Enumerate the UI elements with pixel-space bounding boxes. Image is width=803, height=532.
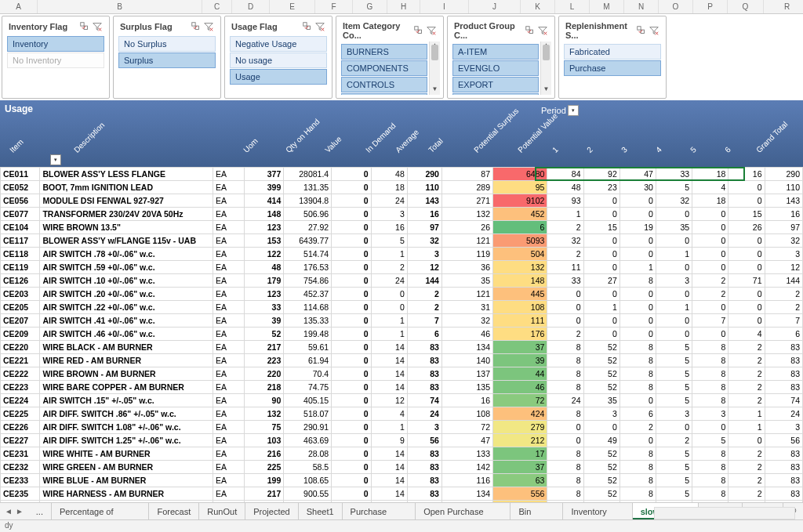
cell[interactable]: 0 <box>547 421 583 434</box>
cell[interactable]: 24 <box>547 394 583 407</box>
cell[interactable]: 74 <box>407 394 441 407</box>
cell[interactable]: 0 <box>332 461 371 474</box>
slicer-item[interactable]: COMPONENTS <box>341 60 427 76</box>
cell[interactable]: WIRE GREEN - AM BURNER <box>40 461 213 474</box>
cell[interactable]: 5 <box>656 447 692 461</box>
col-header-G[interactable]: G <box>353 0 387 13</box>
cell[interactable]: 142 <box>441 461 492 474</box>
cell[interactable]: 8 <box>620 354 656 367</box>
cell[interactable]: 452.37 <box>284 288 332 301</box>
cell[interactable]: 218 <box>244 381 283 394</box>
cell[interactable]: 0 <box>332 447 371 461</box>
cell[interactable]: 216 <box>244 447 283 461</box>
data-grid[interactable]: CE011BLOWER ASS'Y LESS FLANGEEA37728081.… <box>0 167 803 532</box>
cell[interactable]: EA <box>213 234 244 248</box>
cell[interactable]: 290.91 <box>284 421 332 434</box>
cell[interactable]: 19 <box>620 221 656 234</box>
cell[interactable]: 3 <box>692 407 729 421</box>
cell[interactable]: AIR SWITCH .78 +0/-.06" w.c. <box>40 248 213 261</box>
cell[interactable]: CE231 <box>1 447 40 461</box>
cell[interactable]: 14 <box>371 341 407 354</box>
cell[interactable]: 63 <box>493 474 547 487</box>
cell[interactable]: 217 <box>244 487 283 501</box>
cell[interactable]: 52 <box>583 447 620 461</box>
cell[interactable]: 134 <box>441 487 492 501</box>
cell[interactable]: 83 <box>765 487 802 501</box>
cell[interactable]: 1 <box>656 248 692 261</box>
cell[interactable]: 3 <box>371 208 407 221</box>
cell[interactable]: 15 <box>583 221 620 234</box>
cell[interactable]: 0 <box>332 248 371 261</box>
cell[interactable]: 0 <box>620 234 656 248</box>
cell[interactable]: 8 <box>620 461 656 474</box>
cell[interactable]: 290 <box>765 168 802 181</box>
cell[interactable]: 0 <box>547 434 583 447</box>
cell[interactable]: 132 <box>244 407 283 421</box>
cell[interactable]: 2 <box>729 447 765 461</box>
cell[interactable]: 16 <box>407 208 441 221</box>
cell[interactable]: 289 <box>441 181 492 194</box>
cell[interactable]: 0 <box>729 301 765 314</box>
cell[interactable]: 0 <box>656 421 692 434</box>
cell[interactable]: 47 <box>620 168 656 181</box>
cell[interactable]: 271 <box>441 194 492 208</box>
slicer-item[interactable]: EXPORT <box>452 77 539 92</box>
cell[interactable]: 1 <box>729 407 765 421</box>
cell[interactable]: 199 <box>244 474 283 487</box>
cell[interactable]: 140 <box>441 354 492 367</box>
table-row[interactable]: CE056MODULE DSI FENWAL 927-927EA41413904… <box>1 194 803 208</box>
cell[interactable]: 6 <box>493 221 547 234</box>
sheet-tab[interactable]: Purchase Advice <box>343 503 416 519</box>
col-header-A[interactable]: A <box>0 0 38 13</box>
cell[interactable]: 72 <box>441 421 492 434</box>
cell[interactable]: 0 <box>620 314 656 328</box>
cell[interactable]: 0 <box>692 234 729 248</box>
cell[interactable]: 28.08 <box>284 447 332 461</box>
cell[interactable]: 14 <box>371 354 407 367</box>
cell[interactable]: 223 <box>244 354 283 367</box>
cell[interactable]: 24 <box>371 194 407 208</box>
cell[interactable]: 83 <box>407 341 441 354</box>
cell[interactable]: CE220 <box>1 341 40 354</box>
cell[interactable]: 0 <box>547 288 583 301</box>
cell[interactable]: 2 <box>729 487 765 501</box>
col-header-O[interactable]: O <box>659 0 693 13</box>
cell[interactable]: 8 <box>547 407 583 421</box>
cell[interactable]: 0 <box>620 328 656 341</box>
cell[interactable]: 0 <box>332 367 371 381</box>
cell[interactable]: 8 <box>547 381 583 394</box>
cell[interactable]: 121 <box>441 288 492 301</box>
cell[interactable]: 31 <box>441 301 492 314</box>
cell[interactable]: EA <box>213 261 244 274</box>
cell[interactable]: 0 <box>332 474 371 487</box>
cell[interactable]: EA <box>213 461 244 474</box>
table-row[interactable]: CE226AIR DIFF. SWITCH 1.08" +/-.06" w.c.… <box>1 421 803 434</box>
cell[interactable]: CE226 <box>1 421 40 434</box>
table-row[interactable]: CE221WIRE RED - AM BURNEREA22361.9401483… <box>1 354 803 367</box>
cell[interactable]: 0 <box>620 194 656 208</box>
cell[interactable]: 12 <box>765 261 802 274</box>
cell[interactable]: 5 <box>692 434 729 447</box>
cell[interactable]: 72 <box>493 394 547 407</box>
cell[interactable]: 18 <box>371 181 407 194</box>
clear-filter-icon[interactable] <box>649 25 659 36</box>
cell[interactable]: 506.96 <box>284 208 332 221</box>
cell[interactable]: 5 <box>656 341 692 354</box>
cell[interactable]: CE118 <box>1 248 40 261</box>
cell[interactable]: 452 <box>493 208 547 221</box>
sheet-tab[interactable]: Inventory Aging <box>563 503 632 519</box>
cell[interactable]: CE052 <box>1 181 40 194</box>
cell[interactable]: 0 <box>332 194 371 208</box>
table-row[interactable]: CE207AIR SWITCH .41 +0/-.06" w.c.EA39135… <box>1 314 803 328</box>
cell[interactable]: 24 <box>765 407 802 421</box>
cell[interactable]: 0 <box>620 288 656 301</box>
cell[interactable]: 0 <box>692 328 729 341</box>
cell[interactable]: 74 <box>765 394 802 407</box>
cell[interactable]: 18 <box>692 194 729 208</box>
cell[interactable]: 0 <box>692 421 729 434</box>
col-header-F[interactable]: F <box>315 0 353 13</box>
slicer-item[interactable]: Fabricated <box>564 44 661 60</box>
cell[interactable]: 0 <box>729 314 765 328</box>
cell[interactable]: 0 <box>332 487 371 501</box>
cell[interactable]: 0 <box>692 208 729 221</box>
